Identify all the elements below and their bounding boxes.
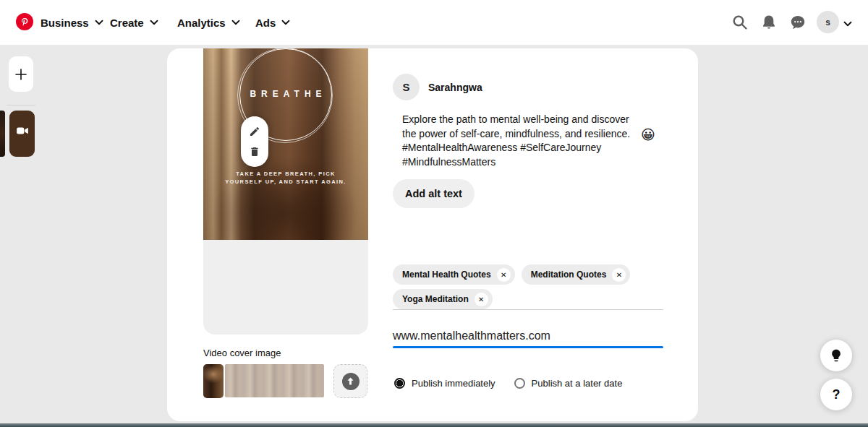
tag-chip[interactable]: Yoga Meditation ✕ [393, 289, 493, 309]
nav-analytics-label: Analytics [177, 17, 226, 29]
chevron-down-icon [95, 18, 103, 27]
tag-chip[interactable]: Meditation Quotes ✕ [522, 264, 631, 285]
remove-tag-icon[interactable]: ✕ [475, 293, 488, 306]
edit-pencil-icon[interactable] [249, 126, 260, 137]
author-avatar-letter: S [402, 81, 409, 93]
add-alt-text-button[interactable]: Add alt text [393, 179, 475, 208]
radio-unselected-icon[interactable] [514, 378, 525, 389]
video-camera-icon [16, 125, 28, 138]
notifications-bell-icon[interactable] [760, 14, 778, 31]
media-actions-pill [241, 116, 268, 167]
video-overlay-caption: TAKE A DEEP BREATH, PICK YOURSELF UP, AN… [220, 170, 352, 186]
nav-ads[interactable]: Ads [255, 0, 290, 45]
tag-list: Mental Health Quotes ✕ Meditation Quotes… [393, 264, 682, 309]
search-icon[interactable] [731, 14, 749, 31]
video-preview[interactable]: BREATHE TAKE A DEEP BREATH, PICK YOURSEL… [203, 48, 368, 240]
nav-business-label: Business [41, 17, 89, 29]
remove-tag-icon[interactable]: ✕ [497, 268, 511, 282]
publish-later-label: Publish at a later date [532, 378, 623, 389]
pin-preview-panel: BREATHE TAKE A DEEP BREATH, PICK YOURSEL… [203, 48, 368, 335]
nav-create[interactable]: Create [110, 0, 158, 45]
messages-icon[interactable] [789, 14, 807, 31]
author-avatar[interactable]: S [393, 74, 420, 100]
publish-options: Publish immediately Publish at a later d… [394, 378, 622, 389]
nav-ads-label: Ads [255, 17, 276, 29]
nav-business[interactable]: Business [41, 0, 103, 45]
video-overlay-title: BREATHE [203, 89, 368, 99]
tag-label: Meditation Quotes [531, 269, 607, 280]
tag-chip[interactable]: Mental Health Quotes ✕ [393, 264, 515, 285]
draft-thumbnail-selected[interactable] [9, 111, 35, 157]
pin-builder-card: BREATHE TAKE A DEEP BREATH, PICK YOURSEL… [167, 48, 698, 421]
top-nav: Business Create Analytics Ads s [0, 0, 868, 45]
cover-frame-selected[interactable] [203, 364, 224, 398]
author-name: Sarahngwa [428, 82, 482, 93]
rail-divider [7, 105, 35, 105]
emoji-picker-icon[interactable]: 😀 [641, 128, 655, 142]
plus-icon [14, 68, 27, 81]
chevron-down-icon [231, 18, 240, 27]
cover-frames-strip[interactable] [225, 364, 324, 397]
nav-create-label: Create [110, 17, 144, 29]
publish-later-option[interactable]: Publish at a later date [514, 378, 623, 389]
pinterest-p-icon [20, 17, 30, 27]
remove-tag-icon[interactable]: ✕ [612, 268, 626, 282]
destination-link-input[interactable]: www.mentalhealthmatters.com [393, 329, 663, 342]
link-input-focus-underline [393, 346, 663, 348]
help-button[interactable]: ? [820, 379, 852, 410]
profile-avatar-letter: s [825, 17, 830, 27]
delete-trash-icon[interactable] [249, 146, 260, 158]
description-field[interactable]: Explore the path to mental well-being an… [402, 113, 631, 169]
lightbulb-icon [829, 348, 843, 363]
upload-arrow-icon [342, 373, 359, 390]
draft-thumbnail-partial[interactable] [0, 111, 5, 157]
account-switcher-chevron-icon[interactable] [843, 18, 852, 31]
publish-immediately-label: Publish immediately [412, 378, 495, 389]
radio-selected-icon[interactable] [394, 378, 405, 389]
divider [393, 309, 663, 310]
profile-avatar[interactable]: s [817, 11, 839, 33]
publish-immediately-option[interactable]: Publish immediately [394, 378, 495, 389]
chevron-down-icon [150, 18, 158, 27]
question-mark-icon: ? [833, 387, 841, 402]
window-bottom-edge [0, 423, 868, 427]
pinterest-logo[interactable] [16, 13, 33, 30]
ideas-lightbulb-button[interactable] [820, 340, 852, 371]
upload-cover-button[interactable] [333, 364, 367, 398]
tag-label: Mental Health Quotes [402, 269, 491, 280]
tag-label: Yoga Meditation [402, 294, 469, 304]
nav-analytics[interactable]: Analytics [177, 0, 240, 45]
video-cover-image-label: Video cover image [203, 348, 281, 358]
chevron-down-icon [281, 18, 290, 27]
add-pin-button[interactable] [9, 56, 33, 92]
